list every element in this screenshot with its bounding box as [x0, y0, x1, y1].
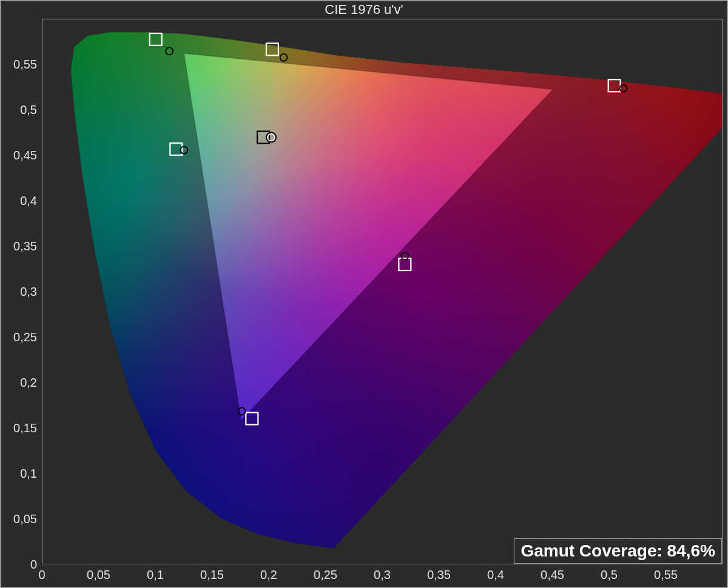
x-tick-label: 0,15: [200, 568, 224, 582]
x-tick-label: 0,3: [374, 568, 391, 582]
chart-container: CIE 1976 u'v' Gamut Coverage: 84,6% 00,0…: [0, 0, 728, 588]
y-tick-label: 0,3: [20, 285, 37, 299]
y-tick-label: 0,2: [20, 376, 37, 390]
y-tick-label: 0,15: [13, 421, 37, 435]
gamut-coverage-value: 84,6%: [667, 541, 715, 560]
y-tick-label: 0,4: [20, 194, 37, 208]
x-tick-label: 0,05: [87, 568, 110, 582]
chart-title: CIE 1976 u'v': [1, 1, 727, 19]
x-tick-label: 0,2: [260, 568, 277, 582]
x-tick-label: 0,1: [147, 568, 164, 582]
x-tick-label: 0,4: [487, 568, 504, 582]
y-tick-label: 0,35: [13, 239, 37, 253]
y-tick-label: 0,1: [20, 467, 37, 481]
x-tick-label: 0: [38, 568, 45, 582]
y-tick-label: 0,25: [13, 330, 37, 344]
gamut-coverage-text: Gamut Coverage:: [521, 541, 662, 560]
y-tick-label: 0,5: [20, 103, 37, 117]
x-tick-label: 0,55: [654, 568, 678, 582]
x-tick-label: 0,45: [541, 568, 564, 582]
y-tick-label: 0,45: [13, 149, 37, 162]
cie-diagram: [42, 19, 722, 564]
x-tick-label: 0,35: [427, 568, 451, 582]
x-tick-label: 0,5: [601, 568, 618, 582]
x-tick-label: 0,25: [314, 568, 337, 582]
y-tick-label: 0,05: [13, 512, 37, 526]
y-tick-label: 0,55: [13, 58, 37, 72]
gamut-coverage-label: Gamut Coverage: 84,6%: [514, 538, 722, 564]
y-tick-label: 0: [30, 558, 37, 572]
plot-area: Gamut Coverage: 84,6%: [42, 19, 723, 564]
